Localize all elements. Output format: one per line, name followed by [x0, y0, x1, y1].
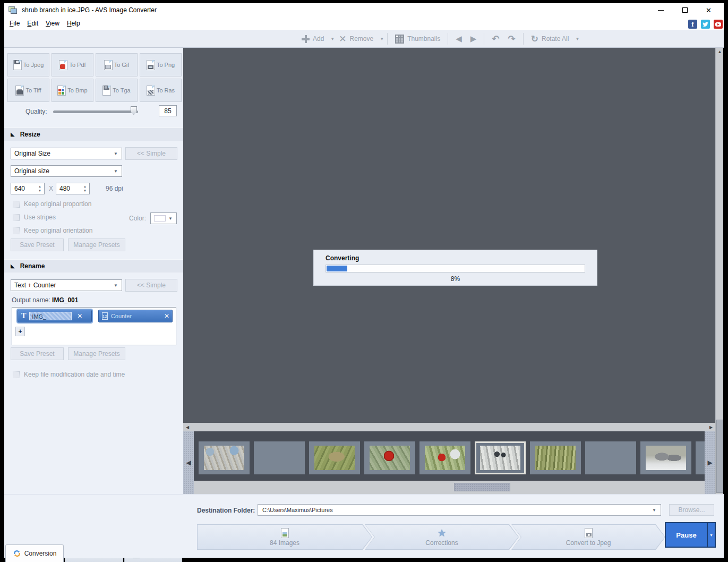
facebook-icon[interactable]: f	[688, 20, 697, 29]
vertical-scrollbar-thumb[interactable]	[716, 420, 723, 493]
quality-slider-handle[interactable]	[131, 106, 137, 115]
counter-chip-close-icon[interactable]: ✕	[164, 312, 169, 320]
thumbnail-10-partial[interactable]	[696, 441, 705, 474]
thumbnails-button[interactable]: Thumbnails	[391, 35, 444, 44]
resize-preset-dropdown[interactable]: Original Size ▼	[11, 148, 122, 159]
vertical-scrollbar[interactable]: ▲	[715, 48, 723, 494]
to-tga-button[interactable]: To Tga	[96, 79, 138, 102]
to-bmp-button[interactable]: To Bmp	[52, 79, 93, 102]
thumbnail-4[interactable]	[364, 441, 415, 474]
thumbnail-9[interactable]	[640, 441, 691, 474]
youtube-icon[interactable]	[714, 20, 723, 29]
counter-chip[interactable]: 12 Counter ✕	[98, 310, 173, 322]
thumbnail-scrollbar-thumb[interactable]	[454, 483, 510, 491]
menu-view[interactable]: View	[46, 20, 59, 27]
resize-size-dropdown[interactable]: Original size ▼	[11, 165, 122, 177]
thumbnail-1[interactable]	[199, 441, 250, 474]
spinner-arrows-icon[interactable]: ▲▼	[83, 184, 87, 193]
to-tiff-button[interactable]: To Tiff	[7, 79, 49, 102]
add-chip-button[interactable]: +	[15, 327, 25, 336]
horizontal-scrollbar[interactable]: ◀ ▶	[183, 423, 715, 431]
pause-dropdown[interactable]: ▼	[707, 523, 715, 547]
remove-icon: ✕	[339, 33, 346, 45]
to-png-button[interactable]: To Png	[140, 53, 182, 76]
browse-button[interactable]: Browse...	[669, 504, 714, 516]
maximize-button[interactable]	[673, 3, 697, 17]
scroll-up-icon[interactable]: ▲	[716, 48, 724, 56]
width-spinner[interactable]: 640 ▲▼	[11, 183, 45, 194]
pause-button[interactable]: Pause ▼	[665, 522, 716, 548]
thumbnail-7[interactable]	[530, 441, 581, 474]
menu-file[interactable]: File	[10, 20, 20, 27]
quality-slider[interactable]	[53, 110, 138, 113]
remove-dropdown[interactable]: ▼	[380, 37, 384, 41]
add-icon	[302, 35, 310, 43]
rename-simple-button[interactable]: << Simple	[125, 279, 177, 292]
tab-conversion[interactable]: Conversion	[5, 544, 64, 562]
height-spinner[interactable]: 480 ▲▼	[56, 183, 90, 194]
previous-image-button[interactable]: ◀	[451, 34, 466, 44]
add-button[interactable]: Add	[297, 35, 328, 43]
text-chip[interactable]: T IMG_ ✕	[18, 310, 92, 322]
thumbnail-8[interactable]	[585, 441, 636, 474]
thumbnail-2[interactable]	[254, 441, 305, 474]
thumbnail-6-selected[interactable]	[475, 441, 526, 474]
text-chip-input[interactable]: IMG_	[29, 312, 72, 320]
menu-help[interactable]: Help	[67, 20, 80, 27]
to-jpeg-label: To Jpeg	[23, 62, 44, 68]
resize-section-header[interactable]: ◣ Resize	[4, 127, 183, 141]
thumbnails-label: Thumbnails	[407, 35, 440, 42]
use-stripes-checkbox[interactable]	[13, 214, 20, 221]
destination-folder-combobox[interactable]: C:\Users\Maximus\Pictures ▼	[258, 504, 661, 516]
rotate-right-button[interactable]: ↷	[504, 33, 520, 45]
remove-button[interactable]: ✕ Remove	[335, 33, 378, 45]
thumbnail-5[interactable]	[419, 441, 470, 474]
to-gif-button[interactable]: To Gif	[96, 53, 138, 76]
thumbnail-3[interactable]	[309, 441, 360, 474]
counter-chip-label: Counter	[111, 313, 159, 319]
keep-proportion-checkbox[interactable]	[13, 201, 20, 208]
scroll-right-icon[interactable]: ▶	[707, 423, 715, 431]
rotate-all-button[interactable]: ↻ Rotate All	[527, 33, 573, 45]
keep-orientation-checkbox[interactable]	[13, 227, 20, 234]
rename-pattern-box: T IMG_ ✕ 12 Counter ✕ +	[12, 307, 176, 345]
main-toolbar: Add ▼ ✕ Remove ▼ Thumbnails ◀ ▶ ↶ ↷ ↻ Ro…	[297, 30, 579, 48]
minimize-button[interactable]	[649, 3, 673, 17]
quality-value-input[interactable]	[159, 105, 177, 116]
thumbnail-scrollbar[interactable]	[194, 481, 705, 494]
png-file-icon	[147, 60, 155, 70]
collapse-triangle-icon: ◣	[11, 131, 15, 137]
resize-manage-presets-button[interactable]: Manage Presets	[68, 239, 125, 251]
thumbnails-next-button[interactable]: ▶	[705, 431, 715, 494]
rotate-left-button[interactable]: ↶	[487, 33, 503, 45]
to-jpeg-button[interactable]: To Jpeg	[7, 53, 49, 76]
rename-preset-dropdown[interactable]: Text + Counter ▼	[11, 279, 122, 291]
twitter-icon[interactable]	[701, 20, 710, 29]
converting-dialog: Converting 8%	[313, 250, 597, 286]
text-chip-close-icon[interactable]: ✕	[77, 312, 82, 320]
close-button[interactable]: ✕	[697, 3, 721, 17]
rotate-all-dropdown[interactable]: ▼	[575, 37, 579, 41]
tab-conversion-label: Conversion	[24, 550, 57, 557]
scroll-left-icon[interactable]: ◀	[183, 423, 192, 431]
spinner-arrows-icon[interactable]: ▲▼	[38, 184, 41, 193]
keep-proportion-checkbox-row: Keep original proportion	[13, 200, 91, 208]
rename-section-header[interactable]: ◣ Rename	[4, 259, 183, 273]
to-ras-button[interactable]: To Ras	[140, 79, 182, 102]
rename-manage-presets-button[interactable]: Manage Presets	[68, 347, 125, 360]
preview-area: Converting 8%	[183, 48, 715, 423]
rename-save-preset-button[interactable]: Save Preset	[11, 347, 64, 360]
color-dropdown[interactable]: ▼	[150, 212, 177, 224]
menu-edit[interactable]: Edit	[27, 20, 38, 27]
thumbnails-prev-button[interactable]: ◀	[183, 431, 194, 494]
next-image-button[interactable]: ▶	[466, 34, 481, 44]
to-pdf-button[interactable]: To Pdf	[52, 53, 93, 76]
resize-simple-button[interactable]: << Simple	[125, 147, 177, 160]
keep-date-checkbox[interactable]	[13, 371, 20, 378]
step-convert: Convert to Jpeg	[511, 524, 665, 550]
thumbnail-1-image	[204, 446, 244, 470]
add-dropdown[interactable]: ▼	[330, 37, 335, 41]
output-name-row: Output name: IMG_001	[12, 296, 78, 304]
destination-folder-label: Destination Folder:	[197, 507, 255, 514]
resize-save-preset-button[interactable]: Save Preset	[11, 239, 64, 251]
